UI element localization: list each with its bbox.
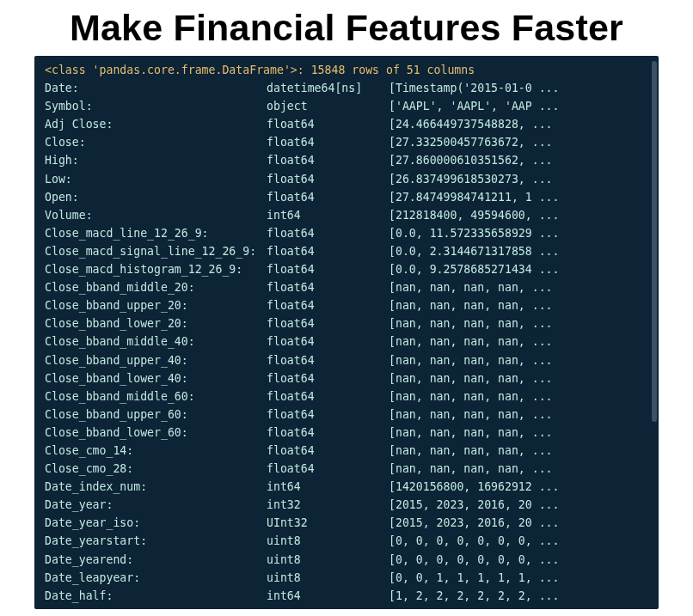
column-sample: ['AAPL', 'AAPL', 'AAP ... [389,97,650,115]
column-dtype: float64 [267,387,389,406]
column-sample: [0, 0, 1, 1, 1, 1, 1, ... [389,569,650,587]
column-dtype: float64 [267,296,389,314]
column-dtype: float64 [267,242,389,260]
column-sample: [24.466449737548828, ... [389,115,650,133]
column-name: Close_bband_upper_60: [45,406,267,424]
df-column-row: Adj Close:float64[24.466449737548828, ..… [45,115,650,133]
df-column-row: Date_yearend:uint8[0, 0, 0, 0, 0, 0, 0, … [45,551,650,569]
column-name: Close_bband_middle_20: [45,278,267,296]
column-name: Open: [45,188,267,206]
column-sample: [Timestamp('2015-01-0 ... [389,79,650,97]
column-sample: [0.0, 2.3144671317858 ... [389,242,650,260]
df-column-row: Date_leapyear:uint8[0, 0, 1, 1, 1, 1, 1,… [45,569,650,587]
df-column-row: Close_bband_middle_60:float64[nan, nan, … [45,387,650,406]
column-dtype: float64 [267,351,389,369]
column-sample: [1420156800, 16962912 ... [389,478,650,496]
column-name: Date: [45,79,267,97]
df-column-row: Date:datetime64[ns][Timestamp('2015-01-0… [45,79,650,97]
column-dtype: int64 [267,587,389,605]
column-name: Close_bband_upper_20: [45,296,267,314]
column-sample: [0, 0, 0, 0, 0, 0, 0, ... [389,551,650,569]
df-column-row: Symbol:object['AAPL', 'AAPL', 'AAP ... [45,97,650,115]
column-name: Close_bband_lower_60: [45,424,267,442]
column-sample: [nan, nan, nan, nan, ... [389,369,650,387]
column-sample: [27.860000610351562, ... [389,151,650,169]
column-sample: [nan, nan, nan, nan, ... [389,387,650,406]
df-column-row: High:float64[27.860000610351562, ... [45,151,650,169]
df-column-row: Close_cmo_14:float64[nan, nan, nan, nan,… [45,442,650,460]
df-column-row: Close_bband_upper_40:float64[nan, nan, n… [45,351,650,369]
df-column-row: Close_bband_middle_20:float64[nan, nan, … [45,278,650,296]
column-name: Date_yearstart: [45,532,267,550]
column-dtype: float64 [267,332,389,351]
column-dtype: UInt32 [267,514,389,532]
terminal-output: <class 'pandas.core.frame.DataFrame'>: 1… [34,56,659,609]
column-dtype: uint8 [267,532,389,550]
column-sample: [nan, nan, nan, nan, ... [389,278,650,296]
column-dtype: float64 [267,115,389,133]
df-column-row: Date_year:int32[2015, 2023, 2016, 20 ... [45,496,650,514]
df-column-row: Close_bband_middle_40:float64[nan, nan, … [45,332,650,351]
scrollbar-thumb[interactable] [652,61,657,422]
column-name: Date_year_iso: [45,514,267,532]
df-column-row: Close_bband_lower_20:float64[nan, nan, n… [45,314,650,332]
column-sample: [nan, nan, nan, nan, ... [389,442,650,460]
df-column-row: Close_macd_signal_line_12_26_9:float64[0… [45,242,650,260]
column-sample: [nan, nan, nan, nan, ... [389,460,650,478]
column-name: Volume: [45,206,267,224]
column-dtype: float64 [267,188,389,206]
column-dtype: uint8 [267,551,389,569]
column-dtype: float64 [267,314,389,332]
column-dtype: int64 [267,478,389,496]
column-dtype: float64 [267,424,389,442]
column-dtype: float64 [267,133,389,151]
column-sample: [nan, nan, nan, nan, ... [389,296,650,314]
df-column-row: Close_macd_line_12_26_9:float64[0.0, 11.… [45,224,650,242]
df-column-row: Date_half:int64[1, 2, 2, 2, 2, 2, 2, ... [45,587,650,605]
column-name: Close_bband_middle_40: [45,332,267,351]
df-column-row: Close_bband_upper_20:float64[nan, nan, n… [45,296,650,314]
page-title: Make Financial Features Faster [0,7,693,49]
df-column-row: Low:float64[26.837499618530273, ... [45,170,650,188]
column-name: Date_yearend: [45,551,267,569]
column-name: Date_half: [45,587,267,605]
column-sample: [1, 2, 2, 2, 2, 2, 2, ... [389,587,650,605]
column-name: Date_index_num: [45,478,267,496]
column-dtype: float64 [267,170,389,188]
column-name: Close: [45,133,267,151]
column-dtype: float64 [267,278,389,296]
df-column-row: Date_index_num:int64[1420156800, 1696291… [45,478,650,496]
df-column-row: Close_macd_histogram_12_26_9:float64[0.0… [45,260,650,278]
column-sample: [2015, 2023, 2016, 20 ... [389,514,650,532]
column-name: Close_bband_upper_40: [45,351,267,369]
column-dtype: float64 [267,224,389,242]
df-columns-list: Date:datetime64[ns][Timestamp('2015-01-0… [45,79,650,605]
df-column-row: Date_year_iso:UInt32[2015, 2023, 2016, 2… [45,514,650,532]
column-sample: [27.84749984741211, 1 ... [389,188,650,206]
column-name: Adj Close: [45,115,267,133]
column-dtype: float64 [267,442,389,460]
df-column-row: Close_bband_lower_40:float64[nan, nan, n… [45,369,650,387]
column-name: High: [45,151,267,169]
df-column-row: Close_bband_upper_60:float64[nan, nan, n… [45,406,650,424]
column-name: Close_bband_lower_40: [45,369,267,387]
column-dtype: int64 [267,206,389,224]
df-column-row: Volume:int64[212818400, 49594600, ... [45,206,650,224]
column-name: Close_cmo_28: [45,460,267,478]
df-column-row: Close_bband_lower_60:float64[nan, nan, n… [45,424,650,442]
df-column-row: Close:float64[27.332500457763672, ... [45,133,650,151]
column-sample: [nan, nan, nan, nan, ... [389,332,650,351]
column-name: Date_leapyear: [45,569,267,587]
scrollbar-track[interactable] [652,61,657,604]
column-sample: [nan, nan, nan, nan, ... [389,424,650,442]
column-dtype: int32 [267,496,389,514]
column-dtype: datetime64[ns] [267,79,389,97]
column-name: Low: [45,170,267,188]
column-dtype: object [267,97,389,115]
column-dtype: uint8 [267,569,389,587]
column-name: Close_macd_signal_line_12_26_9: [45,242,267,260]
column-sample: [0, 0, 0, 0, 0, 0, 0, ... [389,532,650,550]
column-sample: [nan, nan, nan, nan, ... [389,351,650,369]
df-summary-header: <class 'pandas.core.frame.DataFrame'>: 1… [45,61,650,79]
column-dtype: float64 [267,406,389,424]
